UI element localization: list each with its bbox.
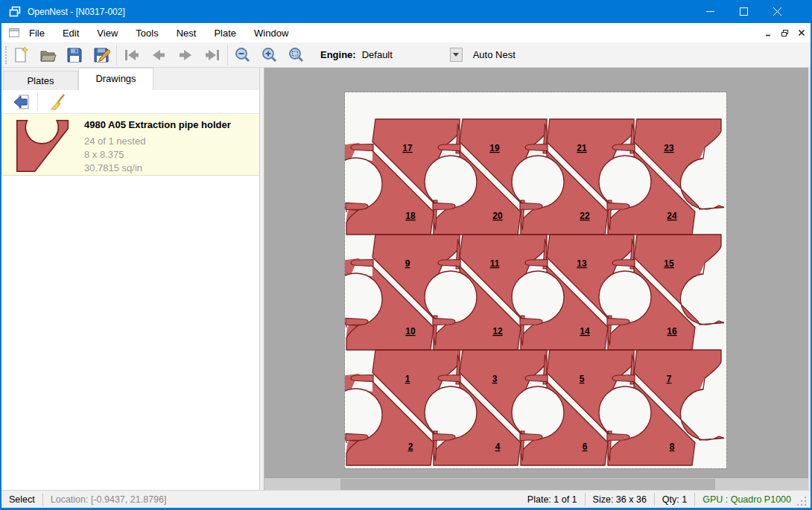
menu-plate[interactable]: Plate: [205, 25, 245, 42]
zoom-fit-button[interactable]: [283, 44, 310, 66]
nested-part[interactable]: [438, 260, 460, 267]
last-plate-button[interactable]: [199, 44, 226, 66]
drawing-nested-count: 24 of 1 nested: [84, 135, 231, 148]
nested-part[interactable]: [525, 260, 548, 267]
drawing-area: 30.7815 sq/in: [84, 162, 231, 175]
drawings-toolbar: [1, 90, 259, 114]
part-number-label: 17: [402, 143, 413, 153]
nested-part[interactable]: [520, 203, 542, 210]
open-button[interactable]: [34, 44, 61, 66]
nested-part[interactable]: [438, 144, 460, 151]
nested-part[interactable]: [525, 375, 548, 382]
nested-part[interactable]: [612, 260, 635, 267]
clear-drawings-button[interactable]: [47, 92, 69, 112]
pipe-hole: [425, 386, 477, 439]
drawing-dimensions: 8 x 8.375: [84, 148, 231, 162]
save-icon: [66, 46, 83, 64]
drawing-list-item[interactable]: 4980 A05 Extraction pipe holder 24 of 1 …: [1, 114, 259, 176]
status-bar: Select Location: [-0.9437, 21.8796] Plat…: [1, 490, 811, 508]
tab-drawings[interactable]: Drawings: [78, 68, 153, 90]
first-arrow-icon: [122, 46, 142, 64]
engine-label: Engine:: [320, 49, 356, 60]
mdi-close-button[interactable]: [796, 28, 806, 38]
part-number-label: 23: [664, 143, 674, 153]
nested-part[interactable]: [612, 144, 635, 151]
zoom-in-button[interactable]: [256, 44, 283, 66]
nested-part[interactable]: [607, 319, 629, 325]
status-mode: Select: [9, 494, 35, 505]
minimize-button[interactable]: [694, 0, 727, 23]
nested-part[interactable]: [351, 375, 373, 382]
part-number-label: 2: [408, 442, 413, 452]
part-number-label: 24: [667, 211, 677, 221]
nested-part[interactable]: [346, 434, 368, 441]
nested-part[interactable]: [612, 375, 635, 382]
nested-part[interactable]: [525, 144, 548, 151]
horizontal-scrollbar[interactable]: [264, 477, 808, 490]
nested-part[interactable]: [351, 144, 373, 151]
toolbar: Engine: Default Auto Nest: [1, 42, 811, 68]
pipe-hole: [599, 271, 651, 323]
document-window-icon: [8, 27, 20, 39]
part-number-label: 21: [577, 143, 587, 153]
auto-nest-label[interactable]: Auto Nest: [473, 49, 516, 60]
import-drawing-button[interactable]: [10, 92, 33, 112]
cut-gap: [352, 351, 375, 392]
save-edit-icon: [92, 46, 110, 64]
nested-part[interactable]: [433, 203, 455, 210]
zoom-out-button[interactable]: [229, 44, 256, 66]
new-button[interactable]: [7, 44, 34, 66]
nested-part[interactable]: [351, 260, 373, 267]
first-plate-button[interactable]: [118, 44, 145, 66]
menu-file[interactable]: File: [20, 25, 54, 42]
nested-part[interactable]: [433, 319, 455, 325]
panel-splitter[interactable]: [259, 68, 264, 490]
save-button[interactable]: [61, 44, 88, 66]
minimize-icon: [706, 7, 714, 16]
horizontal-scrollbar-thumb[interactable]: [340, 479, 715, 490]
engine-combobox[interactable]: Default: [362, 49, 450, 60]
nested-part[interactable]: [607, 203, 629, 210]
part-number-label: 15: [664, 258, 674, 269]
previous-plate-button[interactable]: [145, 44, 172, 66]
nested-part[interactable]: [433, 434, 455, 441]
nested-part[interactable]: [520, 319, 542, 325]
menu-nest[interactable]: Nest: [168, 25, 206, 42]
mdi-restore-button[interactable]: [780, 28, 790, 38]
nested-part[interactable]: [438, 375, 460, 382]
mdi-restore-icon: [781, 29, 789, 37]
save-as-button[interactable]: [88, 44, 115, 66]
part-number-label: 5: [580, 374, 585, 384]
mdi-minimize-icon: [765, 29, 773, 36]
status-location: Location: [-0.9437, 21.8796]: [51, 494, 167, 505]
app-icon: [8, 5, 22, 19]
part-number-label: 6: [583, 442, 588, 452]
left-panel: Plates Drawings: [1, 68, 259, 490]
menu-window[interactable]: Window: [245, 25, 297, 42]
pipe-hole: [425, 271, 477, 323]
menu-view[interactable]: View: [88, 25, 127, 42]
drawing-title: 4980 A05 Extraction pipe holder: [84, 119, 231, 130]
zoom-out-icon: [234, 46, 252, 64]
close-button[interactable]: [761, 0, 794, 23]
tab-strip: Plates Drawings: [1, 68, 259, 90]
window-title: OpenNest - [N0317-002]: [28, 7, 125, 17]
part-number-label: 10: [405, 326, 416, 337]
mdi-minimize-button[interactable]: [764, 28, 773, 38]
nested-part[interactable]: [607, 434, 629, 441]
nested-part[interactable]: [346, 203, 368, 210]
close-icon: [773, 7, 781, 16]
status-gpu: GPU : Quadro P1000: [702, 494, 791, 505]
tab-plates[interactable]: Plates: [3, 71, 78, 90]
maximize-button[interactable]: [727, 0, 761, 23]
nest-canvas[interactable]: 171819202122232491011121314151612345678: [264, 68, 811, 490]
menu-edit[interactable]: Edit: [54, 25, 88, 42]
nested-part[interactable]: [520, 434, 542, 441]
cut-gap: [352, 236, 375, 276]
menu-tools[interactable]: Tools: [127, 25, 167, 42]
engine-dropdown-button[interactable]: [450, 48, 463, 62]
nested-part[interactable]: [346, 319, 368, 325]
resize-grip-icon: [797, 497, 808, 507]
mdi-close-icon: [798, 29, 805, 36]
next-plate-button[interactable]: [172, 44, 199, 66]
